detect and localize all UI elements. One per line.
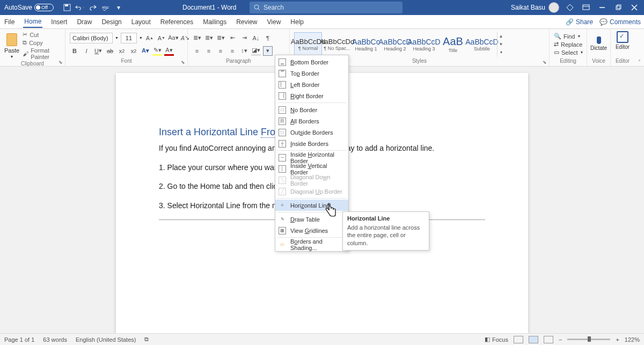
tab-review[interactable]: Review [235, 16, 258, 27]
tab-help[interactable]: Help [289, 16, 305, 27]
tab-draw[interactable]: Draw [76, 16, 93, 27]
language-indicator[interactable]: English (United States) [76, 336, 136, 343]
tab-design[interactable]: Design [100, 16, 122, 27]
close-icon[interactable] [629, 2, 640, 13]
user-account[interactable]: Saikat Basu [511, 2, 559, 13]
increase-indent-icon[interactable]: ⇥ [239, 33, 249, 43]
highlight-icon[interactable]: ✎▾ [152, 46, 162, 56]
tab-mailings[interactable]: Mailings [202, 16, 228, 27]
font-name-combo[interactable]: Calibri (Body) [70, 33, 113, 43]
menu-left-border[interactable]: ▏Left Border [275, 79, 348, 90]
search-box[interactable]: Search [250, 2, 402, 13]
collapse-ribbon-icon[interactable]: ˄ [634, 29, 644, 66]
editor-icon[interactable] [617, 31, 628, 43]
zoom-out-button[interactable]: − [559, 336, 562, 343]
tab-references[interactable]: References [159, 16, 194, 27]
font-color-icon[interactable]: A▾ [164, 46, 174, 56]
menu-no-border[interactable]: □No Border [275, 104, 348, 115]
paste-button[interactable]: Paste ▼ [4, 33, 19, 58]
menu-inside-h-border[interactable]: ─Inside Horizontal Border [275, 152, 348, 163]
shading-icon[interactable]: ◪▾ [251, 46, 261, 56]
replace-button[interactable]: ⇄Replace [554, 41, 584, 48]
italic-button[interactable]: I [82, 46, 91, 56]
underline-button[interactable]: U▾ [93, 46, 103, 56]
restore-icon[interactable] [613, 2, 624, 13]
style-subtitle[interactable]: AaBbCcDSubtitle [468, 32, 496, 57]
diamond-icon[interactable] [565, 2, 575, 13]
menu-all-borders[interactable]: 田All Borders [275, 115, 348, 127]
menu-outside-borders[interactable]: □Outside Borders [275, 127, 348, 138]
tab-insert[interactable]: Insert [50, 16, 68, 27]
menu-horizontal-line[interactable]: ≡Horizontal Line [275, 200, 348, 211]
style-normal[interactable]: AaBbCcDd¶ Normal [294, 32, 322, 57]
bullets-icon[interactable]: ≣▾ [192, 33, 202, 43]
dictate-icon[interactable] [594, 31, 604, 44]
styles-more[interactable]: ▲▼▾ [497, 32, 504, 57]
zoom-slider[interactable] [567, 339, 610, 340]
zoom-in-button[interactable]: + [616, 336, 619, 343]
web-layout-icon[interactable] [544, 336, 553, 343]
shrink-font-icon[interactable]: A▼ [157, 33, 166, 43]
line-spacing-icon[interactable]: ↕▾ [239, 46, 249, 56]
zoom-level[interactable]: 122% [625, 336, 640, 343]
grow-font-icon[interactable]: A▲ [145, 33, 155, 43]
format-painter-button[interactable]: 🖌Format Painter [23, 47, 61, 60]
menu-borders-shading[interactable]: ▭Borders and Shading... [275, 239, 348, 250]
menu-right-border[interactable]: ▕Right Border [275, 90, 348, 101]
numbering-icon[interactable]: ≣▾ [204, 33, 214, 43]
minimize-icon[interactable] [597, 2, 608, 13]
bold-button[interactable]: B [70, 46, 79, 56]
multilevel-icon[interactable]: ≣▾ [216, 33, 225, 43]
justify-icon[interactable]: ≡ [228, 46, 237, 56]
style-title[interactable]: AaBTitle [439, 32, 467, 57]
share-button[interactable]: 🔗Share [566, 18, 593, 26]
tab-file[interactable]: File [3, 16, 16, 27]
autosave-toggle[interactable]: Off [34, 4, 54, 11]
focus-mode-button[interactable]: ◧Focus [485, 336, 508, 343]
strikethrough-button[interactable]: ab [105, 46, 115, 56]
menu-inside-borders[interactable]: ┼Inside Borders [275, 138, 348, 149]
show-marks-icon[interactable]: ¶ [263, 33, 273, 43]
align-right-icon[interactable]: ≡ [216, 46, 225, 56]
read-mode-icon[interactable] [514, 336, 523, 343]
print-layout-icon[interactable] [529, 336, 538, 343]
sort-icon[interactable]: A↓ [251, 33, 261, 43]
menu-draw-table[interactable]: ✎Draw Table [275, 214, 348, 225]
tab-view[interactable]: View [266, 16, 282, 27]
style-heading2[interactable]: AaBbCcDHeading 2 [381, 32, 409, 57]
redo-icon[interactable] [88, 3, 98, 12]
ribbon-display-icon[interactable] [581, 2, 591, 13]
qa-more-icon[interactable]: ▾ [114, 3, 123, 12]
copy-button[interactable]: ⧉Copy [23, 39, 61, 46]
style-heading1[interactable]: AaBbCcHeading 1 [352, 32, 380, 57]
style-heading3[interactable]: AaBbCcDHeading 3 [410, 32, 438, 57]
align-left-icon[interactable]: ≡ [192, 46, 202, 56]
page-indicator[interactable]: Page 1 of 1 [4, 336, 34, 343]
menu-bottom-border[interactable]: ▁Bottom Border [275, 56, 348, 68]
tab-home[interactable]: Home [23, 16, 42, 28]
align-center-icon[interactable]: ≡ [204, 46, 214, 56]
spellcheck-icon[interactable]: abc [101, 3, 111, 12]
word-count[interactable]: 63 words [43, 336, 67, 343]
select-button[interactable]: ▭Select▼ [554, 49, 584, 56]
text-effects-icon[interactable]: A▾ [141, 46, 150, 56]
style-nospacing[interactable]: AaBbCcDd¶ No Spac... [323, 32, 351, 57]
subscript-button[interactable]: x2 [117, 46, 127, 56]
tab-layout[interactable]: Layout [130, 16, 152, 27]
borders-button[interactable]: ▾ [263, 46, 273, 56]
accessibility-icon[interactable]: ⧉ [144, 336, 149, 343]
menu-inside-v-border[interactable]: │Inside Vertical Border [275, 163, 348, 174]
undo-icon[interactable] [75, 3, 85, 12]
clipboard-dialog-launcher[interactable]: ⬊ [58, 60, 63, 65]
comments-button[interactable]: 💬Comments [599, 18, 641, 26]
superscript-button[interactable]: x2 [129, 46, 138, 56]
font-size-combo[interactable]: 11 [121, 33, 137, 43]
save-icon[interactable] [62, 3, 72, 12]
menu-view-gridlines[interactable]: ▦View Gridlines [275, 225, 348, 236]
decrease-indent-icon[interactable]: ⇤ [228, 33, 237, 43]
find-button[interactable]: 🔍Find▼ [554, 33, 584, 40]
menu-top-border[interactable]: ▔Top Border [275, 68, 348, 79]
styles-dialog-launcher[interactable]: ⬊ [543, 60, 547, 65]
autosave-control[interactable]: AutoSave Off [0, 4, 58, 11]
cut-button[interactable]: ✂Cut [23, 31, 61, 38]
